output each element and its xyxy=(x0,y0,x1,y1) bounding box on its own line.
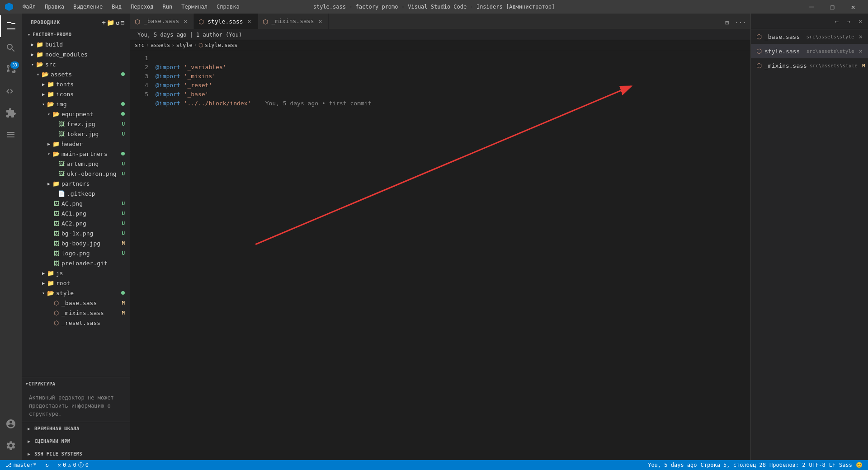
node-modules-label: node_modules xyxy=(45,51,128,58)
run-debug-activity-icon[interactable] xyxy=(0,80,22,102)
tab-style-sass[interactable]: ⬡ style.sass × xyxy=(194,14,258,29)
ssh-fs-section[interactable]: ▶ SSH FILE SYSTEMS xyxy=(22,447,130,460)
mixins-sass-tab-close[interactable]: × xyxy=(316,18,324,25)
new-file-button[interactable]: + xyxy=(102,19,106,26)
rp-file-base-sass[interactable]: ⬡ _base.sass src\assets\style × xyxy=(751,29,868,44)
tree-item-tokar[interactable]: 🖼 tokar.jpg U xyxy=(22,129,130,139)
timeline-section[interactable]: ▶ ВРЕМЕННАЯ ШКАЛА xyxy=(22,422,130,435)
refresh-button[interactable]: ↺ xyxy=(116,19,120,26)
rp-close-editors[interactable]: × xyxy=(855,16,865,26)
tree-item-icons[interactable]: ▶ 📁 icons xyxy=(22,89,130,99)
tree-item-bgbody[interactable]: 🖼 bg-body.jpg M xyxy=(22,238,130,248)
tree-item-ac[interactable]: 🖼 AC.png U xyxy=(22,198,130,208)
search-activity-icon[interactable] xyxy=(0,37,22,59)
code-area[interactable]: @import '_variables' @import '_mixins' @… xyxy=(152,50,750,460)
collapse-all-button[interactable]: ⊟ xyxy=(121,19,125,26)
tree-item-preloader[interactable]: 🖼 preloader.gif xyxy=(22,258,130,268)
tree-item-assets[interactable]: ▾ 📂 assets xyxy=(22,69,130,79)
menu-run[interactable]: Run xyxy=(159,3,176,11)
status-position[interactable]: Строка 5, столбец 28 xyxy=(699,460,768,470)
tree-item-mixins-sass[interactable]: ⬡ _mixins.sass M xyxy=(22,308,130,318)
rp-base-sass-close[interactable]: × xyxy=(859,33,863,40)
source-control-activity-icon[interactable]: 33 xyxy=(0,59,22,80)
new-folder-button[interactable]: 📁 xyxy=(107,19,115,26)
explorer-activity-icon[interactable] xyxy=(0,15,22,37)
menu-help[interactable]: Справка xyxy=(213,3,243,11)
ac2-label: AC2.png xyxy=(61,220,122,227)
tree-item-ac1[interactable]: 🖼 AC1.png U xyxy=(22,208,130,218)
tree-item-ukr-oboron[interactable]: 🖼 ukr-oboron.png U xyxy=(22,169,130,179)
img-label: img xyxy=(56,101,121,108)
tree-item-artem[interactable]: 🖼 artem.png U xyxy=(22,159,130,169)
mixins-sass-arrow xyxy=(45,309,52,316)
close-button[interactable]: ✕ xyxy=(843,0,863,14)
assets-dot xyxy=(121,72,125,76)
split-editor-button[interactable]: ⊞ xyxy=(721,16,733,29)
maximize-button[interactable]: ❐ xyxy=(822,0,843,14)
status-branch[interactable]: ⎇ master* xyxy=(4,460,38,470)
tree-item-header[interactable]: ▶ 📁 header xyxy=(22,139,130,149)
breadcrumb-src[interactable]: src xyxy=(135,42,145,48)
tree-item-style[interactable]: ▾ 📂 style xyxy=(22,288,130,298)
position-text: Строка 5, столбец 28 xyxy=(701,462,766,468)
tree-item-logo[interactable]: 🖼 logo.png U xyxy=(22,248,130,258)
minimize-button[interactable]: ─ xyxy=(801,0,822,14)
tree-item-root-dir[interactable]: ▶ 📁 root xyxy=(22,278,130,288)
remote-activity-icon[interactable] xyxy=(0,124,22,146)
status-lang[interactable]: Sass xyxy=(837,460,854,470)
rp-file-mixins-sass[interactable]: ⬡ _mixins.sass src\assets\style M xyxy=(751,58,868,73)
ac2-badge: U xyxy=(122,221,128,226)
tab-base-sass[interactable]: ⬡ _base.sass × xyxy=(130,14,194,29)
breadcrumb-style-dir[interactable]: style xyxy=(176,42,193,48)
structure-header[interactable]: ▾ СТРУКТУРА xyxy=(22,377,130,390)
tree-item-node-modules[interactable]: ▶ 📁 node_modules xyxy=(22,49,130,59)
tree-item-img[interactable]: ▾ 📂 img xyxy=(22,99,130,109)
tree-item-src[interactable]: ▾ 📂 src xyxy=(22,59,130,69)
more-actions-button[interactable]: ··· xyxy=(734,16,747,29)
status-git-date[interactable]: You, 5 days ago xyxy=(646,460,698,470)
menu-selection[interactable]: Выделение xyxy=(70,3,106,11)
tab-mixins-sass[interactable]: ⬡ _mixins.sass × xyxy=(258,14,329,29)
ssh-fs-arrow: ▶ xyxy=(25,450,33,457)
menu-edit[interactable]: Правка xyxy=(41,3,68,11)
tree-item-equipment[interactable]: ▾ 📂 equipment xyxy=(22,109,130,119)
accounts-activity-icon[interactable] xyxy=(0,413,22,435)
tree-item-build[interactable]: ▶ 📁 build xyxy=(22,39,130,49)
tree-item-reset-sass[interactable]: ⬡ _reset.sass xyxy=(22,318,130,328)
settings-activity-icon[interactable] xyxy=(0,435,22,456)
status-sync[interactable]: ↻ xyxy=(44,460,51,470)
rp-style-sass-close[interactable]: × xyxy=(859,47,863,55)
breadcrumb-assets[interactable]: assets xyxy=(151,42,170,48)
menu-view[interactable]: Вид xyxy=(108,3,125,11)
status-errors[interactable]: ✕ 0 ⚠ 0 ⓘ 0 xyxy=(56,460,90,470)
base-sass-tab-close[interactable]: × xyxy=(182,18,189,25)
tree-item-gitkeep[interactable]: 📄 .gitkeep xyxy=(22,188,130,198)
menu-file[interactable]: Файл xyxy=(19,3,39,11)
breadcrumb-file[interactable]: style.sass xyxy=(205,42,237,48)
tree-item-base-sass[interactable]: ⬡ _base.sass M xyxy=(22,298,130,308)
tree-item-js[interactable]: ▶ 📁 js xyxy=(22,268,130,278)
style-sass-tab-close[interactable]: × xyxy=(246,18,253,25)
status-encoding[interactable]: UTF-8 xyxy=(807,460,827,470)
editor-main[interactable]: 1 2 3 4 5 @import '_variables' @import '… xyxy=(130,50,750,460)
rp-split-left[interactable]: ← xyxy=(832,16,842,26)
tree-root[interactable]: ▾ FACTORY-PROMO xyxy=(22,29,130,39)
tree-item-fonts[interactable]: ▶ 📁 fonts xyxy=(22,79,130,89)
tree-item-main-partners[interactable]: ▾ 📂 main-partners xyxy=(22,149,130,159)
gitkeep-file-icon: 📄 xyxy=(58,190,65,197)
status-eol[interactable]: LF xyxy=(827,460,837,470)
rp-file-style-sass[interactable]: ⬡ style.sass src\assets\style × xyxy=(751,44,868,58)
tree-item-partners[interactable]: ▶ 📁 partners xyxy=(22,179,130,188)
src-arrow: ▾ xyxy=(29,61,36,68)
menu-terminal[interactable]: Терминал xyxy=(178,3,211,11)
main-partners-label: main-partners xyxy=(61,150,121,157)
npm-scripts-section[interactable]: ▶ СЦЕНАРИИ NPM xyxy=(22,435,130,447)
menu-go[interactable]: Переход xyxy=(127,3,157,11)
status-feedback[interactable]: 😊 xyxy=(854,460,864,470)
tree-item-ac2[interactable]: 🖼 AC2.png U xyxy=(22,218,130,228)
tree-item-frez[interactable]: 🖼 frez.jpg U xyxy=(22,119,130,129)
extensions-activity-icon[interactable] xyxy=(0,102,22,124)
tree-item-bg1x[interactable]: 🖼 bg-1x.png U xyxy=(22,228,130,238)
rp-split-right[interactable]: → xyxy=(844,16,854,26)
status-spaces[interactable]: Пробелов: 2 xyxy=(768,460,807,470)
